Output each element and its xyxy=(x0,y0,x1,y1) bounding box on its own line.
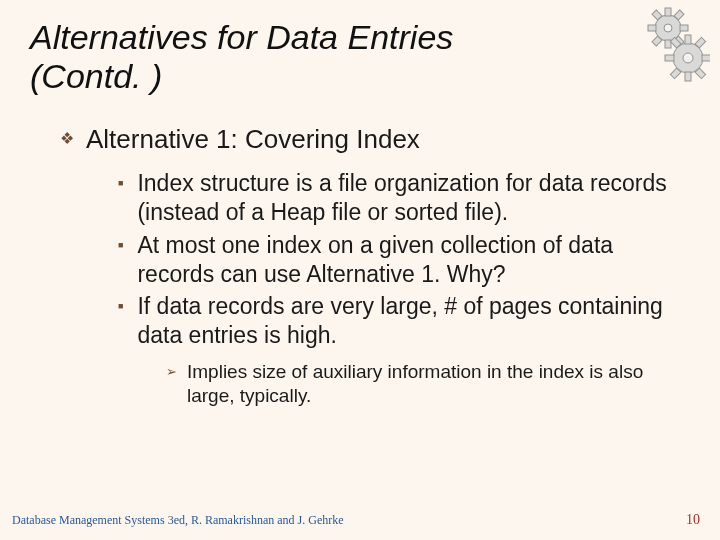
page-number: 10 xyxy=(686,512,700,528)
square-bullet-icon: ■ xyxy=(118,231,123,259)
svg-point-19 xyxy=(683,53,693,63)
bullet-level1: ❖ Alternative 1: Covering Index xyxy=(30,124,690,155)
gears-icon xyxy=(610,6,710,86)
level1-text: Alternative 1: Covering Index xyxy=(86,124,420,155)
list-item: ■ If data records are very large, # of p… xyxy=(118,292,670,350)
level3-text: Implies size of auxiliary information in… xyxy=(187,360,670,408)
svg-rect-4 xyxy=(680,25,688,31)
slide-title: Alternatives for Data Entries (Contd. ) xyxy=(30,18,690,96)
svg-rect-3 xyxy=(648,25,656,31)
list-item: ➢ Implies size of auxiliary information … xyxy=(166,360,670,408)
level2-text: At most one index on a given collection … xyxy=(137,231,670,289)
level2-text: If data records are very large, # of pag… xyxy=(137,292,670,350)
title-line-2: (Contd. ) xyxy=(30,57,162,95)
diamond-bullet-icon: ❖ xyxy=(60,124,74,154)
svg-rect-12 xyxy=(685,72,691,81)
square-bullet-icon: ■ xyxy=(118,292,123,320)
level2-text: Index structure is a file organization f… xyxy=(137,169,670,227)
square-bullet-icon: ■ xyxy=(118,169,123,197)
bullet-level2-group: ■ Index structure is a file organization… xyxy=(30,169,690,350)
list-item: ■ At most one index on a given collectio… xyxy=(118,231,670,289)
svg-point-9 xyxy=(664,24,672,32)
svg-rect-1 xyxy=(665,8,671,16)
svg-rect-13 xyxy=(665,55,674,61)
svg-rect-14 xyxy=(702,55,710,61)
footer-attribution: Database Management Systems 3ed, R. Rama… xyxy=(12,513,344,528)
bullet-level3-group: ➢ Implies size of auxiliary information … xyxy=(30,360,690,408)
svg-rect-11 xyxy=(685,35,691,44)
list-item: ■ Index structure is a file organization… xyxy=(118,169,670,227)
arrow-bullet-icon: ➢ xyxy=(166,360,177,384)
footer: Database Management Systems 3ed, R. Rama… xyxy=(0,512,720,528)
slide: Alternatives for Data Entries (Contd. ) … xyxy=(0,0,720,540)
title-line-1: Alternatives for Data Entries xyxy=(30,18,453,56)
